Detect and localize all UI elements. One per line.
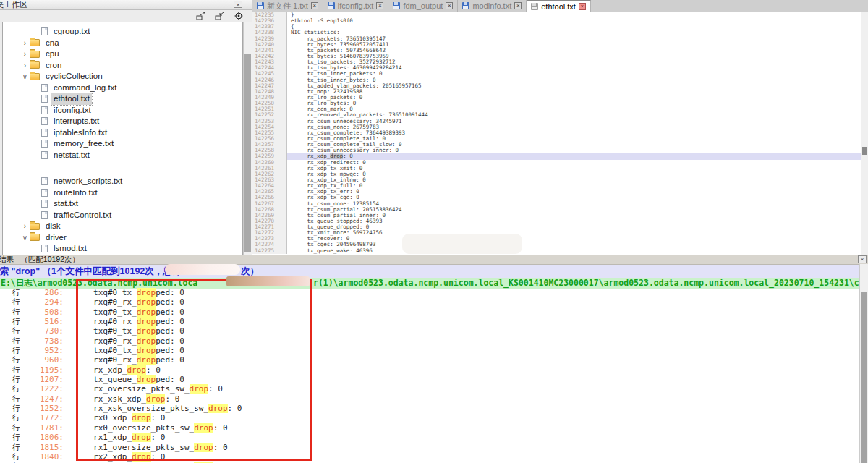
search-summary-text: 搜索 "drop" （1个文件中匹配到10192次，总计 (0, 265, 181, 278)
file-icon (41, 211, 48, 219)
tab-ifconfig.txt[interactable]: ifconfig.txt× (323, 0, 389, 12)
tab-ethtool.txt[interactable]: ethtool.txt× (527, 0, 591, 12)
row-line-number: 516: (23, 317, 64, 326)
tree-item-label: cyclicCollection (43, 71, 105, 82)
tree-item-command_log.txt[interactable]: command_log.txt (3, 82, 242, 94)
tree-item-label: disk (43, 221, 62, 232)
close-tab-icon[interactable]: × (311, 2, 318, 9)
file-icon (41, 129, 48, 137)
search-results-panel: 结果 - （匹配10192次） × 搜索 "drop" （1个文件中匹配到101… (0, 255, 868, 463)
tree-item-disk[interactable]: ›disk (3, 221, 242, 232)
editor-line: 142275 tx_queue_wake: 46396 (252, 248, 868, 254)
tree-scrollbar[interactable] (243, 22, 252, 255)
chevron-collapsed-icon[interactable]: › (20, 48, 30, 60)
row-label: 行 (12, 384, 23, 394)
close-tab-icon[interactable]: × (514, 2, 522, 9)
results-scrollbar-thumb[interactable] (861, 292, 867, 463)
tree-item-cpu[interactable]: ›cpu (3, 48, 242, 60)
close-panel-icon[interactable]: × (234, 1, 242, 8)
file-icon (41, 106, 48, 114)
row-label: 行 (12, 433, 23, 442)
tree-item-network_scripts.txt[interactable]: network_scripts.txt (3, 176, 242, 187)
row-line-number: 1247: (23, 394, 64, 404)
results-header-label: 结果 - （匹配10192次） (0, 255, 80, 263)
close-tab-icon[interactable]: × (446, 2, 453, 9)
row-line-number: 738: (23, 336, 64, 346)
row-label: 行 (12, 326, 23, 336)
row-label: 行 (12, 394, 23, 404)
search-summary-row[interactable]: 搜索 "drop" （1个文件中匹配到10192次，总计 次） (0, 265, 868, 278)
tree-item-cyclicCollection[interactable]: ∨cyclicCollection (3, 71, 242, 82)
results-header: 结果 - （匹配10192次） × (0, 255, 868, 265)
tree-item-driver[interactable]: ∨driver (3, 232, 242, 244)
row-label: 行 (12, 423, 23, 433)
row-label: 行 (12, 443, 23, 452)
collapse-all-icon[interactable] (214, 11, 226, 21)
tree-item-label: routeInfo.txt (51, 187, 100, 199)
tab-modinfo.txt[interactable]: modinfo.txt× (458, 0, 527, 12)
row-line-number: 1806: (23, 433, 64, 442)
chevron-collapsed-icon[interactable]: › (20, 38, 30, 49)
tree-item-ifconfig.txt[interactable]: ifconfig.txt (3, 105, 242, 116)
row-line-number: 730: (23, 326, 64, 336)
close-tab-icon[interactable]: × (376, 2, 383, 9)
workspace-title: 夹工作区 (0, 0, 27, 9)
tree-item-stat.txt[interactable]: stat.txt (3, 198, 242, 210)
file-icon (41, 27, 48, 35)
tree-item-netstat.txt[interactable]: netstat.txt (3, 150, 242, 161)
tab-label: ifconfig.txt (338, 1, 374, 10)
tree-gap (3, 161, 242, 176)
editor-scrollbar[interactable] (861, 12, 868, 255)
workspace-toolbar (0, 10, 252, 22)
row-label: 行 (12, 346, 23, 355)
tree-item-iptablesInfo.txt[interactable]: iptablesInfo.txt (3, 127, 242, 139)
row-line-number: 1840: (23, 452, 64, 462)
editor-scrollbar-thumb[interactable] (862, 147, 867, 155)
tree-item-label: command_log.txt (51, 82, 119, 94)
row-label: 行 (12, 297, 23, 307)
editor[interactable]: 142235}142236ethtool -S enp1s0f0142237{1… (252, 12, 868, 255)
tree-item-routeInfo.txt[interactable]: routeInfo.txt (3, 187, 242, 199)
file-icon (41, 177, 48, 185)
tree-item-label: netstat.txt (51, 150, 92, 161)
close-results-icon[interactable]: × (858, 255, 867, 263)
row-label: 行 (12, 404, 23, 413)
tree-item-lsmod.txt[interactable]: lsmod.txt (3, 243, 242, 255)
tree-item-cna[interactable]: ›cna (3, 38, 242, 49)
chevron-expanded-icon[interactable]: ∨ (20, 232, 30, 244)
row-line-number: 1252: (23, 404, 64, 413)
tree-item-label: cron (43, 60, 64, 72)
redaction-blob-editor (402, 234, 522, 254)
results-scrollbar[interactable] (859, 264, 868, 463)
tree-item-cron[interactable]: ›cron (3, 60, 242, 72)
tree-item-ethtool.txt[interactable]: ethtool.txt (3, 93, 242, 105)
expand-all-icon[interactable] (195, 11, 207, 21)
row-line-number: 294: (23, 297, 64, 307)
tree-scrollbar-thumb[interactable] (244, 54, 251, 252)
folder-icon (30, 73, 40, 80)
tab-label: 新文件 1.txt (267, 1, 308, 12)
tree-item-memory_free.txt[interactable]: memory_free.txt (3, 138, 242, 150)
chevron-collapsed-icon[interactable]: › (20, 221, 30, 232)
row-label: 行 (12, 336, 23, 346)
row-label: 行 (12, 307, 23, 317)
tree-item-cgroup.txt[interactable]: cgroup.txt (3, 26, 242, 38)
row-line-number: 1781: (23, 423, 64, 433)
editor-line: 142236ethtool -S enp1s0f0 (252, 18, 868, 24)
tab-fdm_output[interactable]: fdm_output× (388, 0, 458, 12)
save-file-icon (393, 2, 400, 9)
chevron-collapsed-icon[interactable]: › (20, 60, 30, 72)
tree-item-interrupts.txt[interactable]: interrupts.txt (3, 116, 242, 127)
tree-item-label: iptablesInfo.txt (51, 127, 109, 139)
folder-icon (30, 223, 40, 230)
close-tab-icon[interactable]: × (579, 3, 586, 10)
save-file-icon (462, 2, 469, 9)
locate-file-icon[interactable] (233, 11, 244, 21)
tree-item-trafficControl.txt[interactable]: trafficControl.txt (3, 210, 242, 221)
chevron-expanded-icon[interactable]: ∨ (20, 71, 30, 82)
tab-新文件 1.txt[interactable]: 新文件 1.txt× (252, 0, 323, 12)
file-icon (41, 140, 48, 148)
tree-item-label: ethtool.txt (51, 93, 92, 105)
redaction-blob-search (165, 264, 240, 275)
folder-icon (30, 39, 40, 46)
